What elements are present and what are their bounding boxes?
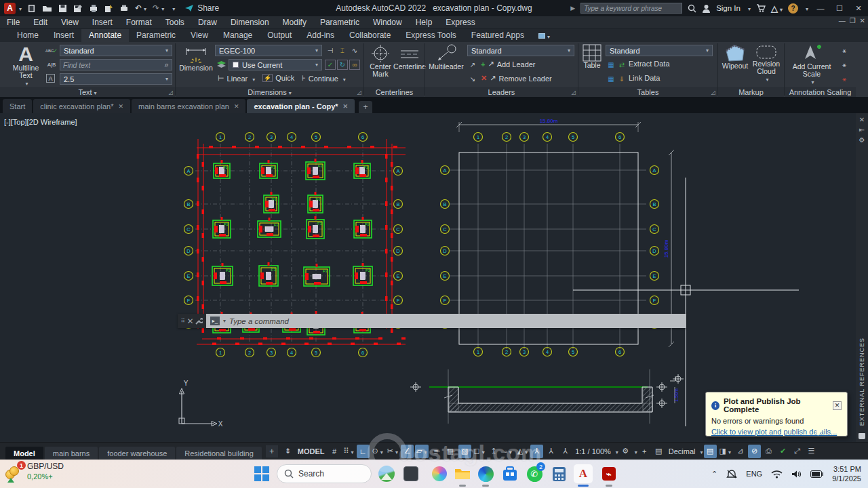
- menu-draw[interactable]: Draw: [191, 16, 224, 29]
- plot-complete-check-icon[interactable]: ✔: [776, 445, 789, 458]
- scale-caret-icon[interactable]: [614, 447, 618, 456]
- ribbon-tab-featured-apps[interactable]: Featured Apps: [464, 29, 532, 42]
- ribbon-tab-annotate[interactable]: Annotate: [81, 29, 129, 42]
- dimensions-panel-expander-icon[interactable]: ◿: [357, 89, 361, 96]
- menu-parametric[interactable]: Parametric: [313, 16, 366, 29]
- file-tab-close-icon[interactable]: ✕: [234, 103, 239, 110]
- doc-minimize-icon[interactable]: —: [839, 17, 846, 24]
- tables-panel-expander-icon[interactable]: ◿: [711, 89, 715, 96]
- text-height-dropdown[interactable]: 2.5▾: [60, 73, 172, 85]
- selection-cycling-icon[interactable]: ▧: [458, 445, 471, 458]
- copilot-button[interactable]: [430, 464, 449, 483]
- edge-button[interactable]: [476, 464, 495, 483]
- save-as-icon[interactable]: [73, 4, 83, 13]
- ribbon-tab-manage[interactable]: Manage: [216, 29, 260, 42]
- status-menu-icon[interactable]: ☰: [805, 445, 818, 458]
- file-tab-close-icon[interactable]: ✕: [343, 103, 349, 110]
- open-folder-icon[interactable]: [42, 4, 52, 12]
- start-button[interactable]: [252, 464, 271, 483]
- menu-tools[interactable]: Tools: [159, 16, 191, 29]
- qat-customize-caret-icon[interactable]: [170, 3, 175, 13]
- multileader-button[interactable]: Multileader: [427, 44, 466, 70]
- autocad-app-menu-icon[interactable]: A: [4, 3, 16, 14]
- file-tab-excavation-plan-copy-[interactable]: excavation plan - Copy*✕: [247, 99, 355, 113]
- new-file-icon[interactable]: [27, 4, 36, 13]
- ribbon-tab-output[interactable]: Output: [260, 29, 299, 42]
- extract-data-button[interactable]: Extract Data: [629, 60, 670, 68]
- undo-icon[interactable]: ↶: [135, 3, 146, 13]
- transparency-icon[interactable]: ▦: [444, 445, 457, 458]
- graphics-performance-icon[interactable]: ⊿: [734, 445, 747, 458]
- continue-dimension-button[interactable]: ⊦Continue: [302, 74, 346, 83]
- command-close-icon[interactable]: ✕: [186, 317, 193, 326]
- menu-modify[interactable]: Modify: [276, 16, 313, 29]
- task-view-button[interactable]: [401, 464, 420, 483]
- annoscale-delete-icon[interactable]: ⚹: [839, 74, 850, 84]
- command-line-grip[interactable]: ⠿ ✕: [178, 314, 206, 328]
- polar-tracking-icon[interactable]: ⊙: [371, 445, 384, 458]
- print-icon[interactable]: [119, 4, 129, 13]
- battery-icon[interactable]: [810, 470, 823, 478]
- file-tab-close-icon[interactable]: ✕: [118, 103, 123, 110]
- taskbar-search[interactable]: Search: [277, 464, 372, 483]
- osnap-tracking-icon[interactable]: ∠: [401, 445, 414, 458]
- fullscreen-icon[interactable]: ⤢: [791, 445, 804, 458]
- command-wrench-icon[interactable]: [195, 317, 203, 325]
- file-explorer-button[interactable]: [453, 464, 472, 483]
- tray-chevron-icon[interactable]: ⌃: [711, 470, 717, 479]
- menu-file[interactable]: File: [0, 16, 26, 29]
- text-panel-expander-icon[interactable]: ◿: [169, 89, 173, 96]
- text-panel-footer[interactable]: Text◿: [0, 87, 175, 97]
- dim-layer-icon[interactable]: [216, 60, 226, 69]
- lineweight-icon[interactable]: ≡: [430, 445, 443, 458]
- external-references-label[interactable]: EXTERNAL REFERENCES: [859, 338, 865, 426]
- new-layout-button[interactable]: +: [266, 445, 278, 458]
- calculator-button[interactable]: [549, 464, 568, 483]
- table-button[interactable]: Table: [580, 44, 604, 69]
- share-button[interactable]: Share: [184, 3, 219, 13]
- ribbon-tab-express-tools[interactable]: Express Tools: [398, 29, 463, 42]
- etransmit-icon[interactable]: [104, 4, 113, 13]
- acrobat-button[interactable]: ⌁: [599, 464, 618, 483]
- file-tab-start[interactable]: Start: [3, 99, 32, 113]
- drawing-canvas[interactable]: F1F1F3F1F1F1F2F2F3F2F2F3F3F2F1F1F1F2F111…: [0, 113, 868, 442]
- dim-adjust-icon[interactable]: ⌶: [337, 45, 348, 56]
- dim-associative-icon[interactable]: ✓: [325, 60, 336, 70]
- close-button[interactable]: ✕: [852, 2, 865, 14]
- wipeout-button[interactable]: Wipeout: [719, 44, 751, 70]
- plot-icon[interactable]: [89, 4, 98, 13]
- multiline-text-button[interactable]: A Multiline Text: [7, 44, 45, 87]
- autoscale-icon[interactable]: ⅄: [530, 445, 543, 458]
- doc-close-icon[interactable]: ✕: [860, 17, 865, 24]
- gear-caret-icon[interactable]: [633, 447, 637, 456]
- widgets-button[interactable]: [377, 464, 396, 483]
- menu-insert[interactable]: Insert: [85, 16, 119, 29]
- isometric-drafting-icon[interactable]: ✂: [386, 445, 399, 458]
- palette-close-icon[interactable]: ✕: [859, 116, 865, 126]
- quick-dimension-button[interactable]: ⚡Quick: [262, 74, 294, 82]
- ribbon-tab-collaborate[interactable]: Collaborate: [342, 29, 398, 42]
- annoscale-sync-icon[interactable]: ⚹: [839, 45, 850, 56]
- find-text-input[interactable]: [60, 61, 165, 69]
- clean-screen-icon[interactable]: ⊘: [748, 445, 761, 458]
- ortho-mode-icon[interactable]: ∟: [357, 445, 370, 458]
- dynamic-input-icon[interactable]: ▫: [502, 445, 515, 458]
- dim-layer-dropdown[interactable]: Use Current▾: [229, 59, 322, 70]
- layout-tab-fooder-warehouse[interactable]: fooder warehouse: [99, 447, 175, 460]
- layout-tab-main-barns[interactable]: main barns: [45, 447, 98, 460]
- store-button[interactable]: [500, 464, 519, 483]
- doc-restore-icon[interactable]: ❐: [850, 17, 856, 24]
- palette-properties-icon[interactable]: ⚙: [859, 136, 865, 146]
- text-justify-icon[interactable]: A|B: [46, 60, 57, 70]
- search-icon[interactable]: [688, 4, 696, 13]
- menu-dimension[interactable]: Dimension: [224, 16, 276, 29]
- help-caret-icon[interactable]: [804, 3, 808, 13]
- ribbon-tab-home[interactable]: Home: [9, 29, 46, 42]
- sign-in-caret-icon[interactable]: [746, 3, 751, 13]
- snap-mode-icon[interactable]: ⠿: [342, 445, 355, 458]
- customization-gear-icon[interactable]: ⚙: [619, 445, 632, 458]
- remove-leader-button[interactable]: ✕↗Remove Leader: [481, 74, 552, 83]
- palette-autohide-icon[interactable]: ⇤: [859, 126, 865, 136]
- menu-window[interactable]: Window: [366, 16, 409, 29]
- plot-printer-icon[interactable]: ⎙: [762, 445, 775, 458]
